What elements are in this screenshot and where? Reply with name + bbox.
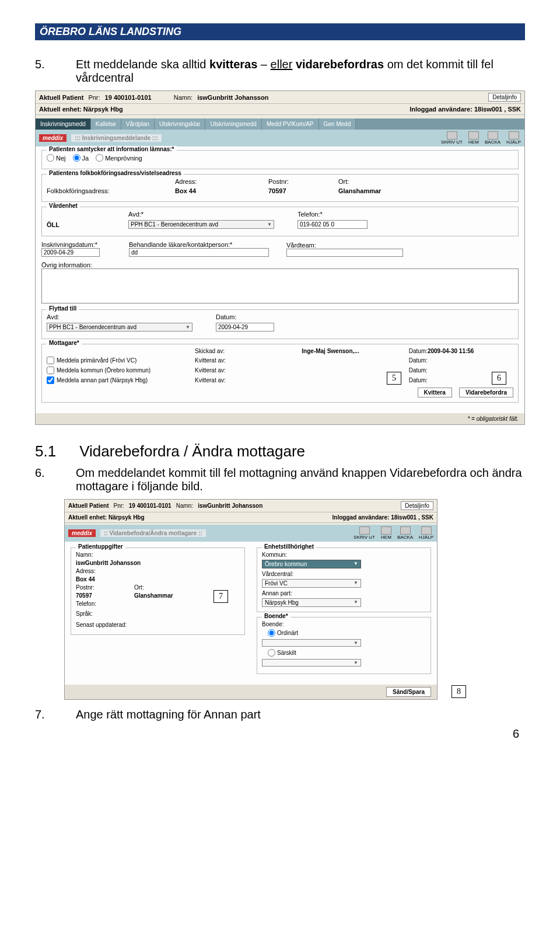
inskrivningsdatum-input[interactable]: 2009-04-29: [41, 248, 100, 257]
section-5-1-title: Vidarebefordra / Ändra mottagare: [79, 442, 305, 460]
mottagare-legend: Mottagare*: [47, 340, 82, 346]
vidarebefordra-button[interactable]: Vidarebefordra: [459, 388, 513, 397]
screenshot-2: Aktuell Patient Pnr: 19 400101-0101 Namn…: [64, 499, 438, 700]
annan-part-select[interactable]: Närpsyk Hbg▼: [262, 598, 361, 607]
ss2-enhet-info: Aktuell enhet: Närpsyk Hbg Inloggad anvä…: [65, 512, 437, 523]
pnr-value: 19 400101-0101: [105, 94, 152, 101]
radio-ja[interactable]: [73, 154, 80, 162]
flyttad-datum-input[interactable]: 2009-04-29: [216, 323, 274, 332]
checkbox-annan-part[interactable]: [47, 376, 54, 384]
home-icon[interactable]: HEM: [468, 131, 479, 145]
ss2-pat-namn: iswGunbritt Johansson: [76, 560, 141, 566]
help-icon[interactable]: HJÄLP: [506, 131, 521, 145]
namn-label: Namn:: [174, 94, 192, 101]
annotation-8: 8: [452, 685, 466, 698]
samtycke-fieldset: Patienten samtycker att information lämn…: [41, 150, 519, 169]
doc-header-title: ÖREBRO LÄNS LANDSTING: [40, 26, 520, 38]
boende-select-2[interactable]: ▼: [262, 659, 361, 667]
enhet-value: Närpsyk Hbg: [83, 106, 123, 113]
ss2-panel-title: :: Vidarebefodra/Ändra mottagare ::: [100, 529, 206, 537]
ovrig-textarea[interactable]: [41, 268, 519, 303]
instruction-5: 5. Ett meddelande ska alltid kvitteras –…: [35, 58, 525, 85]
back-icon[interactable]: BACKA: [397, 526, 413, 540]
instruction-5-text: Ett meddelande ska alltid kvitteras – el…: [76, 58, 525, 85]
tab-utskrivningsklar[interactable]: Utskrivningsklar: [155, 118, 206, 130]
radio-sarskilt[interactable]: [268, 649, 275, 657]
adress-legend: Patientens folkbokföringsadress/vistelse…: [47, 170, 184, 176]
patient-info-bar: Aktuell Patient Pnr: 19 400101-0101 Namn…: [36, 91, 524, 104]
tab-bar: Inskrivningsmedd Kallelse Vårdplan Utskr…: [36, 118, 524, 130]
print-icon[interactable]: SKRIV UT: [354, 526, 375, 540]
vardteam-input[interactable]: [286, 249, 403, 257]
tab-vardplan[interactable]: Vårdplan: [121, 118, 155, 130]
telefon-input[interactable]: 019-602 05 0: [298, 220, 368, 229]
vardenhet-fieldset: Vårdenhet Avd:* Telefon:* ÖLL PPH BC1 - …: [41, 207, 519, 236]
panel-header: meddix ::: Inskrivningsmeddelande ::: SK…: [36, 130, 524, 146]
tab-utskrivningsmedd[interactable]: Utskrivningsmedd: [205, 118, 261, 130]
screenshot-1: Aktuell Patient Pnr: 19 400101-0101 Namn…: [35, 90, 525, 425]
oblig-note: * = obligatoriskt fält.: [36, 413, 524, 424]
instruction-5-num: 5.: [35, 58, 52, 85]
radio-menprovning[interactable]: [96, 154, 103, 162]
instruction-6-num: 6.: [35, 466, 52, 493]
annotation-7: 7: [214, 590, 228, 603]
flyttad-fieldset: Flyttad till Avd: Datum: PPH BC1 - Beroe…: [41, 309, 519, 339]
ss2-panel-header: meddix :: Vidarebefodra/Ändra mottagare …: [65, 525, 437, 542]
boende-fieldset: Boende* Boende: Ordinärt ▼ Särskilt ▼: [257, 617, 431, 674]
annotation-6: 6: [492, 372, 506, 385]
annotation-5: 5: [387, 372, 401, 385]
instruction-7-num: 7.: [35, 708, 52, 721]
ss2-detaljinfo-button[interactable]: Detaljinfo: [401, 501, 433, 510]
adress-postnr: 70597: [268, 187, 315, 194]
page-number: 6: [35, 727, 525, 741]
adress-fieldset: Patientens folkbokföringsadress/vistelse…: [41, 174, 519, 202]
checkbox-primarvard[interactable]: [47, 357, 54, 364]
user-value: 18isw001 , SSK: [474, 106, 521, 113]
ss2-patient-info: Aktuell Patient Pnr: 19 400101-0101 Namn…: [65, 500, 437, 512]
oll-label: ÖLL: [47, 221, 105, 228]
tab-kallelse[interactable]: Kallelse: [91, 118, 121, 130]
sand-spara-button[interactable]: Sänd/Spara: [386, 687, 431, 697]
lakare-input[interactable]: dd: [129, 248, 269, 257]
kvittera-button[interactable]: Kvittera: [418, 388, 452, 397]
ovrig-label: Övrig information:: [41, 261, 519, 268]
back-icon[interactable]: BACKA: [485, 131, 501, 145]
skickad-av-value: Inge-Maj Swenson,...: [302, 348, 406, 354]
panel-title: ::: Inskrivningsmeddelande :::: [71, 134, 162, 142]
tab-gen-medd[interactable]: Gen Medd: [319, 118, 356, 130]
detaljinfo-button[interactable]: Detaljinfo: [488, 93, 521, 102]
adress-ort: Glanshammar: [338, 187, 381, 194]
radio-ordinart[interactable]: [268, 629, 275, 637]
instruction-7: 7. Ange rätt mottagning för Annan part: [35, 708, 525, 721]
adress-box: Box 44: [175, 187, 245, 194]
tab-medd-pv[interactable]: Medd PV/Kom/AP: [262, 118, 319, 130]
pnr-label: Pnr:: [88, 94, 100, 101]
boende-select-1[interactable]: ▼: [262, 639, 361, 647]
ss2-pat-adr: Box 44: [76, 576, 95, 582]
radio-nej[interactable]: [47, 154, 54, 162]
tab-inskrivningsmedd[interactable]: Inskrivningsmedd: [36, 118, 91, 130]
meddix-logo: meddix: [68, 529, 96, 537]
user-label: Inloggad användare:: [410, 106, 473, 113]
instruction-6-text: Om meddelandet kommit till fel mottagnin…: [76, 466, 525, 493]
home-icon[interactable]: HEM: [381, 526, 391, 540]
enhet-label: Aktuell enhet:: [39, 106, 82, 113]
flyttad-avd-select[interactable]: PPH BC1 - Beroendecentrum avd▼: [47, 323, 192, 332]
kommun-select[interactable]: Örebro kommun▼: [262, 560, 361, 568]
vardenhet-legend: Vårdenhet: [47, 203, 80, 209]
samtycke-legend: Patienten samtycker att information lämn…: [47, 146, 177, 152]
instruction-7-text: Ange rätt mottagning för Annan part: [76, 708, 525, 721]
meddix-logo: meddix: [39, 134, 66, 142]
checkbox-kommun[interactable]: [47, 367, 54, 374]
help-icon[interactable]: HJÄLP: [419, 526, 433, 540]
print-icon[interactable]: SKRIV UT: [441, 131, 463, 145]
avd-select[interactable]: PPH BC1 - Beroendecentrum avd▼: [128, 220, 274, 229]
ss2-pat-postnr: 70597: [76, 592, 134, 599]
namn-value: iswGunbritt Johansson: [197, 94, 268, 101]
skickad-datum: 2009-04-30 11:56: [428, 348, 474, 354]
doc-header: ÖREBRO LÄNS LANDSTING: [35, 23, 525, 40]
ss2-pat-ort: Glanshammar: [134, 592, 173, 599]
patient-label: Aktuell Patient: [39, 94, 83, 101]
section-5-1-num: 5.1: [35, 442, 56, 460]
vardcentral-select[interactable]: Frövi VC▼: [262, 579, 361, 588]
